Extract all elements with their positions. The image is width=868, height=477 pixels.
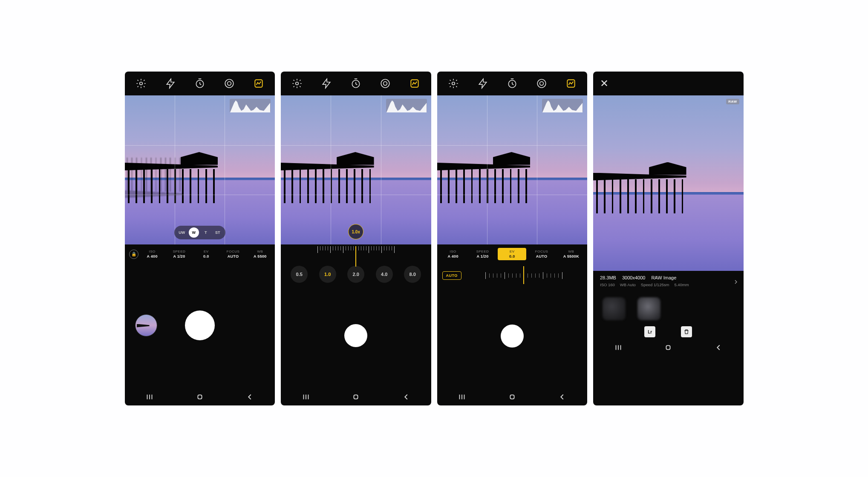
lens-selector[interactable]: UW W T ST <box>174 226 225 239</box>
param-wb[interactable]: WBA 5500K <box>557 248 585 260</box>
nav-home-icon[interactable] <box>195 392 205 402</box>
settings-icon[interactable] <box>448 78 459 89</box>
meta-wb: WB Auto <box>620 282 636 287</box>
screen-ev-adjust: ISOA 400 SPEEDA 1/20 EV0.0 FOCUSAUTO WBA… <box>437 72 588 405</box>
image-metadata: 28.3MB 3000x4000 RAW Image ISO 160 WB Au… <box>593 271 744 291</box>
android-nav-bar <box>281 388 431 405</box>
viewfinder[interactable] <box>437 95 588 244</box>
shutter-button[interactable] <box>185 310 215 340</box>
ev-tick-ruler[interactable] <box>466 268 582 283</box>
meta-iso: ISO 160 <box>600 282 615 287</box>
nav-recents-icon[interactable] <box>457 392 467 402</box>
param-wb[interactable]: WBA 5500 <box>247 248 273 260</box>
shutter-area <box>281 283 431 388</box>
ae-lock-icon[interactable]: 🔒 <box>129 250 138 259</box>
nav-home-icon[interactable] <box>351 392 360 402</box>
edit-lightroom-button[interactable]: Lr <box>644 326 655 337</box>
svg-point-0 <box>140 82 143 85</box>
timer-icon[interactable] <box>350 78 361 89</box>
param-focus[interactable]: FOCUSAUTO <box>527 248 556 260</box>
preview-thumb[interactable] <box>637 297 660 320</box>
zoom-stop-8.0[interactable]: 8.0 <box>404 266 421 283</box>
param-ev[interactable]: EV0.0 <box>498 248 526 260</box>
ev-slider-row: AUTO <box>437 262 588 283</box>
chevron-right-icon[interactable] <box>732 279 739 287</box>
metering-icon[interactable] <box>224 78 235 89</box>
preview-thumbnails <box>593 291 744 322</box>
screen-pro-camera-main: UW W T ST 🔒 ISOA 400 SPEEDA 1/20 EV0.0 F… <box>125 72 275 405</box>
nav-home-icon[interactable] <box>508 392 517 402</box>
shutter-area <box>437 283 588 388</box>
svg-point-13 <box>384 82 387 86</box>
param-speed[interactable]: SPEEDA 1/20 <box>166 248 192 260</box>
android-nav-bar <box>125 388 275 405</box>
timer-icon[interactable] <box>507 78 518 89</box>
histogram-toggle-icon[interactable] <box>253 78 264 89</box>
zoom-stop-2.0[interactable]: 2.0 <box>347 266 364 283</box>
shutter-button[interactable] <box>344 324 367 347</box>
top-toolbar <box>437 72 588 95</box>
lens-option-w[interactable]: W <box>189 227 199 238</box>
android-nav-bar <box>437 388 588 405</box>
screen-zoom-selector: 1.0x 0.5 1.0 2.0 4.0 8.0 <box>281 72 431 405</box>
nav-recents-icon[interactable] <box>301 392 311 402</box>
zoom-stop-0.5[interactable]: 0.5 <box>291 266 308 283</box>
image-preview[interactable]: RAW <box>593 95 744 271</box>
zoom-tick-ruler[interactable] <box>281 246 431 258</box>
histogram-toggle-icon[interactable] <box>565 78 577 89</box>
svg-marker-1 <box>167 79 174 88</box>
svg-point-4 <box>225 79 234 88</box>
settings-icon[interactable] <box>291 78 303 89</box>
preview-thumb[interactable] <box>603 297 626 320</box>
svg-point-23 <box>539 82 543 86</box>
gallery-thumbnail[interactable] <box>135 314 157 336</box>
nav-back-icon[interactable] <box>557 392 567 402</box>
shutter-area <box>125 262 275 388</box>
settings-icon[interactable] <box>136 78 147 89</box>
raw-badge: RAW <box>726 99 739 104</box>
flash-icon[interactable] <box>477 78 488 89</box>
close-icon[interactable]: ✕ <box>600 78 608 89</box>
nav-recents-icon[interactable] <box>145 392 154 402</box>
metering-icon[interactable] <box>536 78 547 89</box>
nav-back-icon[interactable] <box>401 392 411 402</box>
lens-option-uw[interactable]: UW <box>177 227 187 238</box>
nav-recents-icon[interactable] <box>614 343 623 352</box>
ev-auto-chip[interactable]: AUTO <box>442 271 461 280</box>
histogram-overlay <box>542 99 583 112</box>
zoom-stop-4.0[interactable]: 4.0 <box>376 266 393 283</box>
lens-option-t[interactable]: T <box>201 227 211 238</box>
histogram-overlay <box>386 99 427 112</box>
parameter-strip: ISOA 400 SPEEDA 1/20 EV0.0 FOCUSAUTO WBA… <box>437 244 588 262</box>
nav-back-icon[interactable] <box>245 392 254 402</box>
meta-type: RAW Image <box>651 275 676 280</box>
param-iso[interactable]: ISOA 400 <box>439 248 467 260</box>
delete-button[interactable] <box>681 326 692 337</box>
nav-back-icon[interactable] <box>714 343 723 352</box>
shutter-button[interactable] <box>501 325 524 348</box>
param-ev[interactable]: EV0.0 <box>193 248 219 260</box>
top-toolbar: ✕ <box>593 72 744 95</box>
histogram-toggle-icon[interactable] <box>409 78 420 89</box>
flash-icon[interactable] <box>321 78 332 89</box>
svg-marker-11 <box>323 79 330 88</box>
param-iso[interactable]: ISOA 400 <box>139 248 165 260</box>
zoom-stop-1.0[interactable]: 1.0 <box>319 266 336 283</box>
meta-focal: 5.40mm <box>674 282 689 287</box>
timer-icon[interactable] <box>194 78 205 89</box>
meta-speed: Speed 1/125sm <box>641 282 669 287</box>
nav-home-icon[interactable] <box>663 343 673 352</box>
flash-icon[interactable] <box>165 78 176 89</box>
param-focus[interactable]: FOCUSAUTO <box>220 248 246 260</box>
param-speed[interactable]: SPEEDA 1/20 <box>468 248 497 260</box>
metering-icon[interactable] <box>380 78 391 89</box>
svg-point-20 <box>452 82 455 85</box>
histogram-overlay <box>230 99 271 112</box>
android-nav-bar <box>593 339 744 356</box>
svg-rect-33 <box>666 345 670 349</box>
viewfinder[interactable]: 1.0x <box>281 95 431 244</box>
zoom-indicator[interactable]: 1.0x <box>348 224 363 239</box>
meta-dimensions: 3000x4000 <box>622 275 645 280</box>
lens-option-st[interactable]: ST <box>213 227 223 238</box>
viewfinder[interactable]: UW W T ST <box>125 95 275 244</box>
